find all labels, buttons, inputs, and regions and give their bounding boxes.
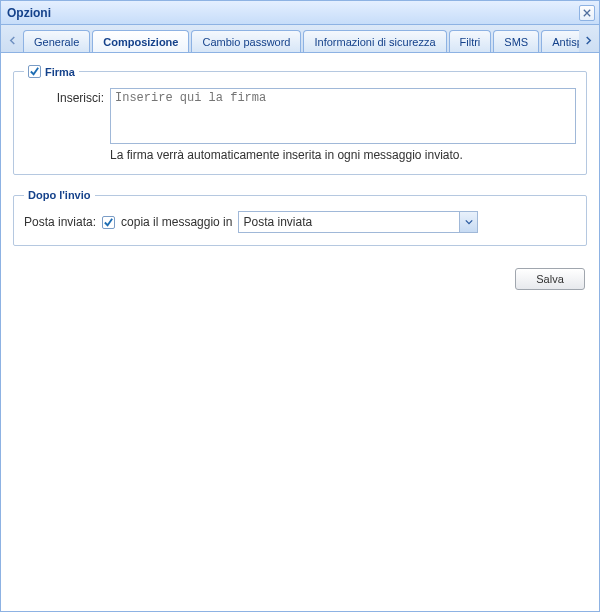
window-title: Opzioni — [7, 6, 51, 20]
chevron-right-icon — [584, 36, 593, 45]
after-send-fieldset: Dopo l'invio Posta inviata: copia il mes… — [13, 189, 587, 246]
sent-mail-label: Posta inviata: — [24, 215, 96, 229]
folder-select-trigger[interactable] — [459, 212, 477, 232]
tab-label: Cambio password — [202, 36, 290, 48]
signature-enable-checkbox[interactable] — [28, 65, 41, 78]
tab-cambio-password[interactable]: Cambio password — [191, 30, 301, 52]
save-button[interactable]: Salva — [515, 268, 585, 290]
tab-generale[interactable]: Generale — [23, 30, 90, 52]
tab-antispam[interactable]: Antispam — [541, 30, 579, 52]
save-button-label: Salva — [536, 273, 564, 285]
check-icon — [29, 66, 40, 77]
after-send-legend-label: Dopo l'invio — [28, 189, 91, 201]
panel-body: Firma Inserisci: La firma verrà automati… — [1, 53, 599, 611]
sent-row: Posta inviata: copia il messaggio in — [24, 211, 576, 233]
chevron-down-icon — [465, 218, 473, 226]
tab-label: Antispam — [552, 36, 579, 48]
close-button[interactable] — [579, 5, 595, 21]
button-bar: Salva — [13, 260, 587, 290]
tab-label: Generale — [34, 36, 79, 48]
options-dialog: Opzioni Generale Composizione Cambio pas… — [0, 0, 600, 612]
after-send-legend: Dopo l'invio — [24, 189, 95, 201]
tabs-container: Generale Composizione Cambio password In… — [21, 29, 579, 52]
copy-message-checkbox[interactable] — [102, 216, 115, 229]
signature-help-text: La firma verrà automaticamente inserita … — [110, 148, 576, 162]
tabstrip: Generale Composizione Cambio password In… — [1, 25, 599, 53]
tab-label: Informazioni di sicurezza — [314, 36, 435, 48]
tab-composizione[interactable]: Composizione — [92, 30, 189, 52]
chevron-left-icon — [8, 36, 17, 45]
tab-label: Composizione — [103, 36, 178, 48]
tab-scroll-left[interactable] — [3, 28, 21, 52]
copy-message-label: copia il messaggio in — [121, 215, 232, 229]
check-icon — [103, 217, 114, 228]
tab-filtri[interactable]: Filtri — [449, 30, 492, 52]
signature-row: Inserisci: — [24, 88, 576, 144]
tab-informazioni-sicurezza[interactable]: Informazioni di sicurezza — [303, 30, 446, 52]
signature-legend-label: Firma — [45, 66, 75, 78]
tab-label: SMS — [504, 36, 528, 48]
tab-sms[interactable]: SMS — [493, 30, 539, 52]
tab-label: Filtri — [460, 36, 481, 48]
signature-insert-label: Inserisci: — [24, 88, 104, 105]
folder-select-input[interactable] — [239, 212, 459, 232]
close-icon — [583, 9, 591, 17]
signature-fieldset: Firma Inserisci: La firma verrà automati… — [13, 65, 587, 175]
titlebar: Opzioni — [1, 1, 599, 25]
signature-legend: Firma — [24, 65, 79, 78]
folder-select[interactable] — [238, 211, 478, 233]
signature-textarea[interactable] — [110, 88, 576, 144]
tab-scroll-right[interactable] — [579, 28, 597, 52]
